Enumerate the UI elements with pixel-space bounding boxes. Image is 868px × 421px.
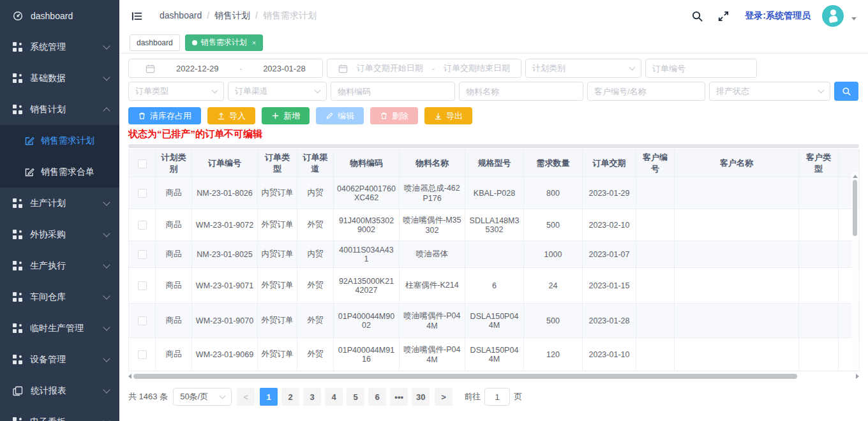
date-start-value[interactable]: 2022-12-29 (176, 64, 219, 73)
row-checkbox[interactable] (138, 316, 147, 325)
breadcrumb-separator: / (255, 10, 258, 20)
sidebar-item-dashboard[interactable]: dashboard (0, 0, 119, 31)
scroll-right-arrow-icon[interactable] (856, 374, 859, 379)
table-cell: 内贸 (297, 177, 334, 209)
avatar-caret-icon[interactable] (851, 17, 857, 20)
breadcrumb-item[interactable]: dashboard (160, 10, 202, 20)
trash-icon (138, 112, 146, 120)
delivery-date-range-picker[interactable]: 订单交期开始日期 - 订单交期结束日期 (327, 59, 521, 78)
date-end-value[interactable]: 2023-01-28 (263, 64, 306, 73)
vertical-scroll-thumb[interactable] (853, 180, 857, 236)
pagination: 共 1463 条 50条/页 < 123456•••30 > 前往 页 (128, 388, 859, 406)
page-button[interactable]: 6 (368, 388, 386, 406)
date-start-placeholder[interactable]: 订单交期开始日期 (357, 63, 423, 74)
sidebar-item-workshop-warehouse[interactable]: 车间仓库 (0, 281, 119, 313)
collapse-menu-icon[interactable] (131, 10, 143, 22)
table-cell: 外贸 (297, 304, 334, 338)
next-page-button[interactable]: > (435, 388, 453, 406)
page-size-select[interactable]: 50条/页 (173, 388, 232, 406)
select-placeholder: 计划类别 (532, 63, 565, 74)
tab-dashboard[interactable]: dashboard (130, 34, 180, 51)
horizontal-scroll-thumb[interactable] (133, 374, 797, 379)
table-top-scrollbar[interactable] (128, 144, 859, 148)
chevron-down-icon (103, 355, 110, 362)
vertical-scrollbar[interactable] (851, 172, 858, 371)
delete-button[interactable]: 删除 (370, 107, 418, 124)
table-cell: 2023-01-07 (583, 241, 636, 268)
sidebar-item-system-mgmt[interactable]: 系统管理 (0, 31, 119, 63)
edit-button[interactable]: 编辑 (316, 107, 364, 124)
page-button[interactable]: 3 (303, 388, 321, 406)
order-channel-select[interactable]: 订单渠道 (228, 82, 327, 101)
login-user-label[interactable]: 登录:系统管理员 (745, 10, 811, 22)
row-checkbox[interactable] (138, 221, 147, 230)
table-cell: DSLA150P044M (465, 338, 524, 371)
fullscreen-icon[interactable] (717, 10, 730, 22)
clear-stock-button[interactable]: 清库存占用 (128, 107, 201, 124)
sidebar-subitem-sales-demand-plan[interactable]: 销售需求计划 (0, 125, 119, 156)
breadcrumb-item[interactable]: 销售计划 (214, 10, 250, 20)
table-row: 商品NM-23-01-8026内贸订单内贸04062P4001760XC462喷… (129, 177, 860, 209)
table-cell (799, 304, 839, 338)
material-name-input[interactable] (466, 87, 576, 96)
tab-sales-demand-plan[interactable]: 销售需求计划 × (185, 34, 263, 51)
search-icon[interactable] (691, 10, 703, 22)
page-button-active[interactable]: 1 (260, 388, 278, 406)
scroll-up-arrow-icon[interactable] (853, 175, 858, 178)
row-checkbox[interactable] (138, 281, 147, 290)
order-no-input[interactable] (652, 64, 750, 73)
row-checkbox[interactable] (138, 189, 147, 198)
sidebar-item-production-exec[interactable]: 生产执行 (0, 250, 119, 281)
select-all-checkbox[interactable] (138, 159, 147, 168)
page-button[interactable]: 5 (347, 388, 364, 406)
page-button[interactable]: 30 (412, 388, 430, 406)
scroll-left-arrow-icon[interactable] (128, 374, 131, 379)
table-cell: 91J400M353029002 (334, 209, 400, 241)
export-button[interactable]: 导出 (424, 107, 472, 124)
sidebar-item-e-board[interactable]: 电子看板 (0, 406, 119, 421)
prev-page-button[interactable]: < (237, 388, 255, 406)
order-type-select[interactable]: 订单类型 (128, 82, 224, 101)
sidebar-item-sales-plan[interactable]: 销售计划 (0, 94, 119, 125)
table-cell: 1000 (524, 241, 583, 268)
column-header: 订单编号 (192, 150, 258, 177)
row-checkbox[interactable] (138, 350, 147, 359)
page-button[interactable]: 2 (281, 388, 299, 406)
table-wrapper: 计划类别 订单编号 订单类型 订单渠道 物料编码 物料名称 规格型号 需求数量 … (128, 149, 859, 371)
search-button[interactable] (834, 82, 858, 101)
table-cell: 120 (524, 338, 583, 371)
sidebar-item-outsourcing[interactable]: 外协采购 (0, 219, 119, 250)
sidebar-item-label: 电子看板 (30, 417, 66, 421)
material-code-input[interactable] (338, 87, 448, 96)
table-row: 商品WM-23-01-9070外贸订单外贸01P400044M9002喷油嘴偶件… (129, 304, 860, 338)
goto-page-input[interactable] (484, 388, 510, 406)
page-button[interactable]: ••• (390, 388, 408, 406)
sidebar-item-production-plan[interactable]: 生产计划 (0, 188, 119, 219)
sidebar-subitem-sales-demand-merge[interactable]: 销售需求合单 (0, 156, 119, 188)
table-cell (799, 268, 839, 304)
customer-input[interactable] (594, 87, 698, 96)
sidebar-item-base-data[interactable]: 基础数据 (0, 63, 119, 94)
schedule-status-select[interactable]: 排产状态 (709, 82, 830, 101)
table-cell: 2023-01-29 (583, 177, 636, 209)
sidebar-item-temp-production[interactable]: 临时生产管理 (0, 313, 119, 344)
close-icon[interactable]: × (252, 39, 256, 47)
row-select-cell (129, 338, 156, 371)
chevron-down-icon (103, 230, 110, 237)
sidebar-item-equipment-mgmt[interactable]: 设备管理 (0, 344, 119, 375)
add-button[interactable]: 新增 (262, 107, 310, 124)
page-button[interactable]: 4 (325, 388, 343, 406)
avatar[interactable] (822, 5, 844, 27)
date-end-placeholder[interactable]: 订单交期结束日期 (444, 63, 510, 74)
plan-type-select[interactable]: 计划类别 (525, 59, 641, 78)
table-cell: 92A135000K2142027 (334, 268, 400, 304)
created-date-range-picker[interactable]: 2022-12-29 - 2023-01-28 (128, 59, 323, 78)
import-button[interactable]: 导入 (207, 107, 255, 124)
table-cell (636, 177, 675, 209)
grid-icon (13, 323, 22, 333)
sidebar-item-statistics-report[interactable]: 统计报表 (0, 375, 119, 406)
horizontal-scrollbar[interactable] (128, 373, 859, 380)
grid-icon (13, 230, 22, 239)
row-checkbox[interactable] (138, 250, 147, 259)
material-code-input-wrap (331, 82, 455, 101)
